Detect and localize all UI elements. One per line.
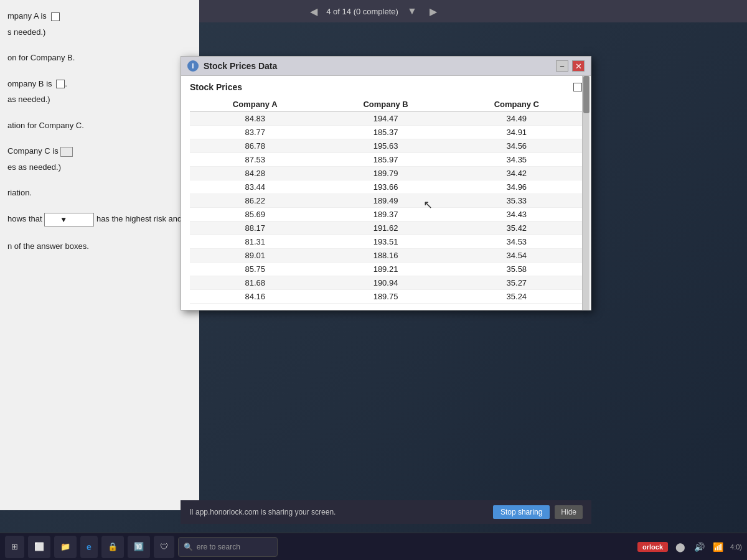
input-company-c[interactable] bbox=[60, 147, 73, 157]
stop-sharing-button[interactable]: Stop sharing bbox=[493, 505, 550, 519]
dropdown-company-select[interactable]: ▼ bbox=[44, 213, 94, 226]
close-button[interactable]: ✕ bbox=[572, 60, 585, 72]
cell-row2-col0: 86.78 bbox=[190, 139, 320, 153]
network-icon: ⬤ bbox=[673, 539, 688, 554]
panel-line-2: s needed.) bbox=[7, 26, 192, 39]
cell-row1-col2: 34.91 bbox=[451, 126, 582, 139]
panel-line-4: on for Company B. bbox=[7, 52, 192, 64]
stock-prices-modal: i Stock Prices Data − ✕ Stock Prices bbox=[181, 56, 591, 310]
table-row: 81.68190.9435.27 bbox=[190, 276, 582, 290]
cell-row6-col0: 86.22 bbox=[190, 194, 320, 208]
panel-line-1: mpany A is bbox=[7, 10, 192, 22]
prev-arrow[interactable]: ◀ bbox=[306, 4, 321, 19]
checkbox-company-b[interactable] bbox=[56, 80, 65, 88]
cell-row11-col0: 85.75 bbox=[190, 263, 320, 276]
cell-row4-col2: 34.42 bbox=[451, 167, 582, 180]
panel-line-7: as needed.) bbox=[7, 93, 192, 106]
cell-row3-col1: 185.97 bbox=[320, 153, 451, 167]
cell-row6-col1: 189.49 bbox=[320, 194, 451, 208]
notification-text: II app.honorlock.com is sharing your scr… bbox=[189, 508, 336, 516]
scrollbar[interactable] bbox=[582, 76, 590, 310]
modal-window-controls: − ✕ bbox=[556, 60, 585, 72]
task-view-button[interactable]: ⬜ bbox=[28, 536, 50, 558]
cell-row9-col1: 193.51 bbox=[320, 235, 451, 249]
info-icon: i bbox=[187, 60, 199, 72]
shield-button[interactable]: 🛡 bbox=[154, 536, 174, 558]
table-row: 89.01188.1634.54 bbox=[190, 249, 582, 263]
cell-row12-col2: 35.27 bbox=[451, 276, 582, 290]
stock-prices-label: Stock Prices bbox=[190, 82, 242, 92]
cell-row10-col0: 89.01 bbox=[190, 249, 320, 263]
cell-row1-col0: 83.77 bbox=[190, 126, 320, 139]
next-arrow[interactable]: ▶ bbox=[426, 4, 441, 19]
taskbar-search-text: ere to search bbox=[197, 543, 240, 551]
table-row: 81.31193.5134.53 bbox=[190, 235, 582, 249]
scroll-thumb[interactable] bbox=[583, 76, 590, 113]
notification-actions: Stop sharing Hide bbox=[493, 505, 583, 519]
dropdown-arrow[interactable]: ▼ bbox=[403, 4, 421, 18]
text-company-a: mpany A is bbox=[7, 11, 47, 21]
panel-line-15 bbox=[7, 203, 192, 209]
cell-row4-col1: 189.79 bbox=[320, 167, 451, 180]
start-button[interactable]: ⊞ bbox=[5, 536, 24, 558]
table-row: 86.22189.4935.33 bbox=[190, 194, 582, 208]
table-row: 86.78195.6334.56 bbox=[190, 139, 582, 153]
panel-line-9: ation for Company C. bbox=[7, 119, 192, 132]
notification-bar: II app.honorlock.com is sharing your scr… bbox=[181, 500, 591, 524]
modal-titlebar: i Stock Prices Data − ✕ bbox=[181, 57, 591, 76]
cell-row13-col2: 35.24 bbox=[451, 290, 582, 304]
search-icon: 🔍 bbox=[184, 543, 193, 551]
cell-row6-col2: 35.33 bbox=[451, 194, 582, 208]
file-explorer-button[interactable]: 📁 bbox=[54, 536, 77, 558]
modal-content-header: Stock Prices bbox=[190, 82, 582, 92]
minimize-button[interactable]: − bbox=[556, 60, 568, 72]
taskbar-search[interactable]: 🔍 ere to search bbox=[178, 537, 278, 557]
progress-text: 4 of 14 (0 complete) bbox=[326, 7, 398, 16]
panel-line-6: ompany B is . bbox=[7, 78, 192, 90]
cell-row8-col2: 35.42 bbox=[451, 222, 582, 235]
cell-row3-col0: 87.53 bbox=[190, 153, 320, 167]
panel-line-14: riation. bbox=[7, 187, 192, 199]
cell-row0-col1: 194.47 bbox=[320, 112, 451, 126]
cell-row2-col1: 195.63 bbox=[320, 139, 451, 153]
col-header-company-a: Company A bbox=[190, 97, 320, 112]
checkbox-company-a[interactable] bbox=[51, 12, 60, 21]
panel-line-11: Company C is bbox=[7, 145, 192, 157]
table-row: 84.83194.4734.49 bbox=[190, 112, 582, 126]
edge-browser-button[interactable]: e bbox=[80, 536, 98, 558]
table-row: 88.17191.6235.42 bbox=[190, 222, 582, 235]
col-header-company-b: Company B bbox=[320, 97, 451, 112]
col-header-company-c: Company C bbox=[451, 97, 582, 112]
table-row: 87.53185.9734.35 bbox=[190, 153, 582, 167]
modal-title: Stock Prices Data bbox=[204, 61, 277, 71]
table-header-row: Company A Company B Company C bbox=[190, 97, 582, 112]
cell-row5-col1: 193.66 bbox=[320, 180, 451, 194]
app-button-10[interactable]: 🔟 bbox=[128, 536, 150, 558]
cell-row5-col2: 34.96 bbox=[451, 180, 582, 194]
text-company-b: ompany B is bbox=[7, 79, 52, 88]
cell-row9-col2: 34.53 bbox=[451, 235, 582, 249]
maximize-icon[interactable] bbox=[573, 83, 582, 91]
panel-line-18: n of the answer boxes. bbox=[7, 240, 192, 253]
cell-row11-col1: 189.21 bbox=[320, 263, 451, 276]
panel-line-3 bbox=[7, 42, 192, 48]
text-company-c: Company C is bbox=[7, 146, 59, 156]
table-row: 83.77185.3734.91 bbox=[190, 126, 582, 139]
modal-inner: Stock Prices Company A Company B Company… bbox=[181, 76, 591, 310]
panel-line-10 bbox=[7, 135, 192, 141]
panel-line-8 bbox=[7, 110, 192, 116]
cell-row0-col2: 34.49 bbox=[451, 112, 582, 126]
table-row: 84.16189.7535.24 bbox=[190, 290, 582, 304]
modal-content: Stock Prices Company A Company B Company… bbox=[181, 76, 591, 310]
hide-button[interactable]: Hide bbox=[555, 505, 583, 519]
wifi-icon: 📶 bbox=[710, 539, 725, 554]
desktop: ◀ 4 of 14 (0 complete) ▼ ▶ mpany A is s … bbox=[0, 0, 747, 560]
cell-row13-col0: 84.16 bbox=[190, 290, 320, 304]
table-row: 83.44193.6634.96 bbox=[190, 180, 582, 194]
panel-line-5 bbox=[7, 68, 192, 74]
cell-row12-col1: 190.94 bbox=[320, 276, 451, 290]
lock-button[interactable]: 🔒 bbox=[101, 536, 124, 558]
cell-row11-col2: 35.58 bbox=[451, 263, 582, 276]
honorlock-badge[interactable]: orlock bbox=[637, 542, 668, 552]
cell-row5-col0: 83.44 bbox=[190, 180, 320, 194]
